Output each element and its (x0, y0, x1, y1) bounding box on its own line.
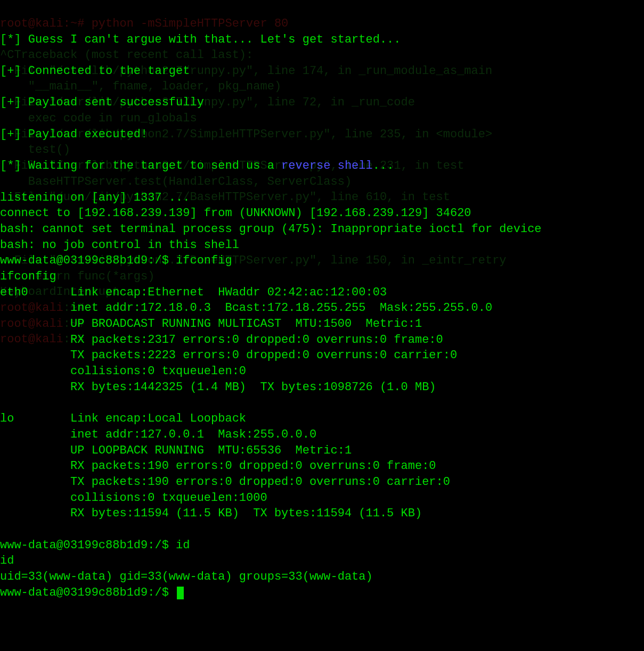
ifconfig-eth0-tx: TX packets:2223 errors:0 dropped:0 overr… (0, 349, 457, 362)
ifconfig-eth0-link: eth0 Link encap:Ethernet HWaddr 02:42:ac… (0, 286, 387, 299)
ifconfig-echo: ifconfig (0, 270, 56, 283)
ifconfig-lo-inet: inet addr:127.0.0.1 Mask:255.0.0.0 (0, 428, 316, 441)
ifconfig-eth0-rx: RX packets:2317 errors:0 dropped:0 overr… (0, 333, 443, 347)
status-line-start: [*] Guess I can't argue with that... Let… (0, 33, 401, 46)
status-line-payload-executed: [+] Payload executed! (0, 128, 148, 141)
nc-connect-line: connect to [192.168.239.139] from (UNKNO… (0, 207, 471, 220)
status-line-payload-sent: [+] Payload sent successfully (0, 96, 204, 109)
ifconfig-lo-bytes: RX bytes:11594 (11.5 KB) TX bytes:11594 … (0, 507, 422, 520)
shell-prompt-id: www-data@03199c88b1d9:/$ id (0, 539, 190, 552)
id-output: uid=33(www-data) gid=33(www-data) groups… (0, 570, 373, 583)
bash-error-jobcontrol: bash: no job control in this shell (0, 238, 239, 252)
reverse-shell-highlight: reverse shell (281, 159, 373, 172)
ifconfig-lo-coll: collisions:0 txqueuelen:1000 (0, 491, 267, 505)
nc-listening-line: listening on [any] 1337 ... (0, 191, 190, 204)
ifconfig-eth0-flags: UP BROADCAST RUNNING MULTICAST MTU:1500 … (0, 317, 422, 331)
status-line-waiting-a: [*] Waiting for the target to send us a (0, 159, 281, 172)
shell-prompt-ifconfig: www-data@03199c88b1d9:/$ ifconfig (0, 254, 232, 267)
ifconfig-lo-rx: RX packets:190 errors:0 dropped:0 overru… (0, 459, 436, 473)
status-line-waiting-c: ... (373, 159, 394, 172)
bash-error-ioctl: bash: cannot set terminal process group … (0, 223, 542, 236)
status-line-connected: [+] Connected to the target (0, 64, 190, 78)
shell-prompt-current: www-data@03199c88b1d9:/$ (0, 586, 176, 599)
ifconfig-lo-tx: TX packets:190 errors:0 dropped:0 overru… (0, 475, 450, 489)
ifconfig-eth0-coll: collisions:0 txqueuelen:0 (0, 365, 246, 378)
id-echo: id (0, 554, 14, 567)
ifconfig-eth0-bytes: RX bytes:1442325 (1.4 MB) TX bytes:10987… (0, 381, 436, 394)
ifconfig-lo-link: lo Link encap:Local Loopback (0, 412, 246, 425)
cursor-block[interactable] (177, 587, 184, 599)
terminal-output[interactable]: [*] Guess I can't argue with that... Let… (0, 0, 644, 600)
ifconfig-eth0-inet: inet addr:172.18.0.3 Bcast:172.18.255.25… (0, 301, 492, 315)
ifconfig-lo-flags: UP LOOPBACK RUNNING MTU:65536 Metric:1 (0, 444, 352, 457)
